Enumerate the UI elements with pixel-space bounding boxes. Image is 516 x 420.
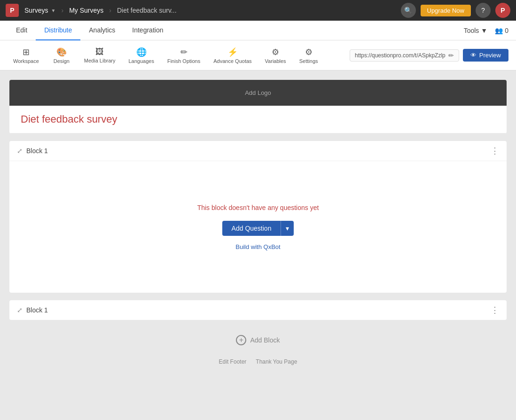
thank-you-page-link[interactable]: Thank You Page (256, 358, 297, 365)
top-bar-actions: 🔍 Upgrade Now ? P (401, 3, 511, 18)
survey-header-card: Add Logo Diet feedback survey (9, 80, 507, 133)
toolbar-languages[interactable]: 🌐 Languages (123, 45, 159, 66)
variables-label: Variables (265, 58, 286, 64)
people-badge: 👥 0 (495, 27, 508, 34)
block-2-title: Block 1 (26, 306, 48, 314)
tools-dropdown[interactable]: Tools ▼ (460, 25, 492, 36)
add-question-button[interactable]: Add Question (222, 221, 281, 236)
block-1-header: ⤢ Block 1 ⋮ (9, 141, 507, 161)
tools-label: Tools (464, 27, 479, 34)
block-2-container: ⤢ Block 1 ⋮ (9, 300, 507, 320)
url-edit-icon[interactable]: ✏ (448, 52, 454, 59)
block-1-container: ⤢ Block 1 ⋮ This block doesn't have any … (9, 141, 507, 293)
people-count: 0 (505, 27, 508, 34)
surveys-chevron-icon: ▼ (51, 8, 56, 13)
add-block-circle-icon: + (236, 335, 246, 345)
nav-tabs: Edit Distribute Analytics Integration To… (0, 21, 516, 40)
preview-label: Preview (479, 52, 501, 59)
finish-options-icon: ✏ (180, 47, 188, 57)
media-library-label: Media Library (84, 58, 116, 63)
survey-url: https://questionpro.com/t/ASpkpZzlp (355, 52, 446, 59)
add-block-button[interactable]: + Add Block (236, 335, 280, 345)
tools-chevron-icon: ▼ (481, 27, 487, 34)
advance-quotas-label: Advance Quotas (213, 58, 251, 64)
block-2-menu-icon[interactable]: ⋮ (491, 305, 499, 315)
toolbar-advance-quotas[interactable]: ⚡ Advance Quotas (208, 45, 257, 66)
add-question-dropdown-button[interactable]: ▾ (281, 221, 294, 236)
build-qxbot-link[interactable]: Build with QxBot (235, 243, 280, 250)
help-button[interactable]: ? (476, 3, 491, 18)
breadcrumb-separator-1: › (61, 7, 63, 14)
toolbar-design[interactable]: 🎨 Design (47, 45, 77, 66)
surveys-dropdown[interactable]: Surveys ▼ (24, 7, 55, 14)
footer-links: Edit Footer Thank You Page (9, 353, 507, 371)
finish-options-label: Finish Options (167, 58, 200, 64)
main-content: Add Logo Diet feedback survey ⤢ Block 1 … (0, 70, 516, 420)
advance-quotas-icon: ⚡ (227, 47, 238, 57)
edit-footer-link[interactable]: Edit Footer (219, 358, 247, 365)
logo-bar: Add Logo (9, 80, 507, 106)
people-icon: 👥 (495, 27, 503, 34)
block-2-header-left: ⤢ Block 1 (17, 306, 48, 314)
workspace-icon: ⊞ (23, 47, 30, 57)
toolbar-variables[interactable]: ⚙ Variables (259, 45, 292, 66)
variables-icon: ⚙ (272, 47, 279, 57)
tab-integration[interactable]: Integration (124, 21, 172, 40)
block-1-header-left: ⤢ Block 1 (17, 147, 48, 155)
block-2-header: ⤢ Block 1 ⋮ (9, 300, 507, 320)
tab-distribute[interactable]: Distribute (36, 21, 80, 40)
survey-title: Diet feedback survey (21, 113, 495, 125)
add-question-btn-group: Add Question ▾ (222, 221, 294, 236)
block-2-collapse-icon[interactable]: ⤢ (17, 306, 23, 314)
survey-title-section: Diet feedback survey (9, 106, 507, 133)
app-logo: P (6, 4, 19, 17)
block-1-empty-text: This block doesn't have any questions ye… (197, 204, 319, 211)
design-icon: 🎨 (56, 47, 67, 57)
toolbar-finish-options[interactable]: ✏ Finish Options (162, 45, 206, 66)
languages-icon: 🌐 (136, 47, 147, 57)
toolbar-right: https://questionpro.com/t/ASpkpZzlp ✏ 👁 … (350, 49, 508, 62)
toolbar: ⊞ Workspace 🎨 Design 🖼 Media Library 🌐 L… (0, 40, 516, 70)
top-bar: P Surveys ▼ › My Surveys › Diet feedback… (0, 0, 516, 21)
block-1-collapse-icon[interactable]: ⤢ (17, 147, 23, 155)
toolbar-media-library[interactable]: 🖼 Media Library (78, 45, 121, 65)
surveys-label: Surveys (24, 7, 48, 14)
settings-icon: ⚙ (305, 47, 313, 57)
search-button[interactable]: 🔍 (401, 3, 416, 18)
workspace-label: Workspace (13, 58, 39, 64)
tab-analytics[interactable]: Analytics (80, 21, 124, 40)
settings-label: Settings (299, 58, 318, 64)
breadcrumb-separator-2: › (109, 7, 111, 14)
toolbar-settings[interactable]: ⚙ Settings (294, 45, 324, 66)
block-1-menu-icon[interactable]: ⋮ (491, 146, 499, 156)
survey-url-box: https://questionpro.com/t/ASpkpZzlp ✏ (350, 49, 459, 62)
block-1-content: This block doesn't have any questions ye… (9, 161, 507, 293)
design-label: Design (54, 58, 70, 64)
add-block-section: + Add Block (9, 327, 507, 353)
toolbar-workspace[interactable]: ⊞ Workspace (8, 45, 45, 66)
preview-eye-icon: 👁 (470, 52, 477, 59)
breadcrumb-survey-title: Diet feedback surv... (117, 7, 395, 14)
block-1-title: Block 1 (26, 147, 48, 155)
nav-tabs-right: Tools ▼ 👥 0 (460, 25, 508, 36)
media-library-icon: 🖼 (95, 47, 104, 57)
add-logo-button[interactable]: Add Logo (245, 89, 271, 96)
languages-label: Languages (128, 58, 154, 64)
profile-button[interactable]: P (495, 3, 510, 18)
breadcrumb-my-surveys[interactable]: My Surveys (69, 7, 103, 14)
tab-edit[interactable]: Edit (8, 21, 36, 40)
preview-button[interactable]: 👁 Preview (463, 49, 508, 62)
add-block-label: Add Block (250, 336, 280, 344)
upgrade-button[interactable]: Upgrade Now (421, 5, 471, 16)
